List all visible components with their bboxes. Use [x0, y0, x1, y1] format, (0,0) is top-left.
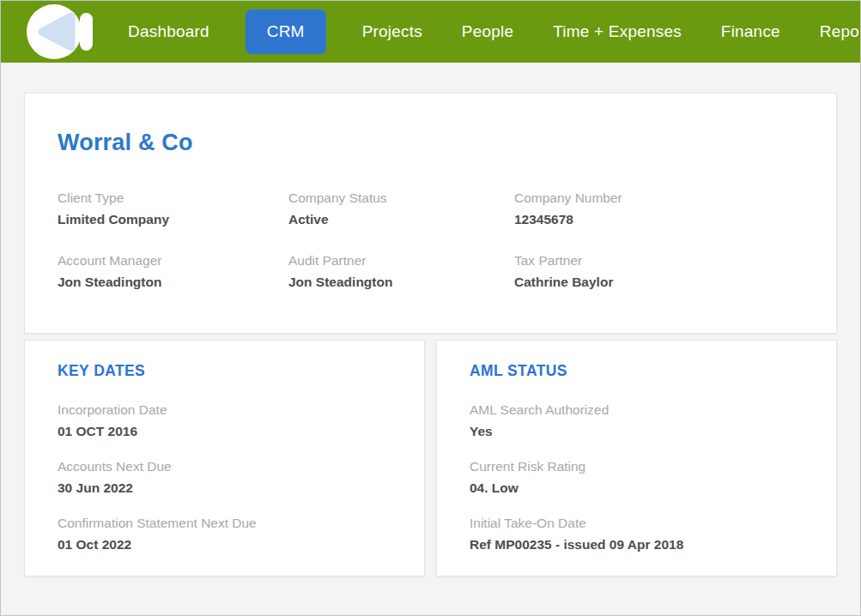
- key-dates-title: KEY DATES: [58, 362, 391, 380]
- client-name-heading: Worral & Co: [58, 130, 803, 156]
- field-value: 12345678: [514, 212, 803, 227]
- nav-item-time-expenses[interactable]: Time + Expenses: [553, 22, 682, 41]
- field-label: Current Risk Rating: [470, 459, 803, 474]
- field-value: Limited Company: [58, 212, 288, 227]
- bottom-cards-row: KEY DATES Incorporation Date 01 OCT 2016…: [24, 340, 837, 577]
- field-value: 30 Jun 2022: [58, 480, 391, 496]
- client-summary-card: Worral & Co Client Type Limited Company …: [24, 93, 837, 334]
- field-label: Company Status: [288, 190, 514, 206]
- field-audit-partner: Audit Partner Jon Steadington: [288, 253, 514, 290]
- key-dates-card: KEY DATES Incorporation Date 01 OCT 2016…: [24, 340, 425, 577]
- nav-item-reports[interactable]: Repo: [820, 22, 859, 41]
- field-label: Confirmation Statement Next Due: [58, 516, 391, 531]
- field-incorporation-date: Incorporation Date 01 OCT 2016: [58, 402, 391, 439]
- field-label: Incorporation Date: [58, 402, 391, 418]
- nav-item-finance[interactable]: Finance: [721, 22, 780, 41]
- nav-item-dashboard[interactable]: Dashboard: [128, 22, 209, 41]
- field-value: Ref MP00235 - issued 09 Apr 2018: [470, 537, 803, 553]
- field-label: Company Number: [514, 190, 803, 206]
- field-value: Active: [288, 212, 514, 227]
- nav-item-crm[interactable]: CRM: [246, 9, 326, 54]
- field-label: Account Manager: [58, 253, 288, 269]
- field-tax-partner: Tax Partner Cathrine Baylor: [514, 253, 803, 290]
- nav-item-projects[interactable]: Projects: [362, 22, 422, 41]
- aml-status-title: AML STATUS: [470, 362, 803, 380]
- field-current-risk-rating: Current Risk Rating 04. Low: [470, 459, 803, 496]
- nav-items: Dashboard CRM Projects People Time + Exp…: [128, 9, 860, 54]
- field-value: Jon Steadington: [288, 275, 514, 290]
- field-aml-search-authorized: AML Search Authorized Yes: [470, 402, 803, 439]
- nav-item-people[interactable]: People: [462, 22, 513, 41]
- field-initial-take-on-date: Initial Take-On Date Ref MP00235 - issue…: [470, 516, 803, 553]
- aml-status-card: AML STATUS AML Search Authorized Yes Cur…: [436, 340, 837, 577]
- field-value: 01 Oct 2022: [58, 537, 391, 553]
- field-client-type: Client Type Limited Company: [58, 190, 288, 227]
- field-company-number: Company Number 12345678: [514, 190, 803, 227]
- field-value: Jon Steadington: [58, 275, 288, 290]
- main-content: Worral & Co Client Type Limited Company …: [1, 63, 860, 577]
- field-label: AML Search Authorized: [470, 402, 803, 418]
- field-account-manager: Account Manager Jon Steadington: [58, 253, 288, 290]
- field-accounts-next-due: Accounts Next Due 30 Jun 2022: [58, 459, 391, 496]
- field-label: Tax Partner: [514, 253, 803, 269]
- field-value: Yes: [470, 424, 803, 439]
- aml-status-fields: AML Search Authorized Yes Current Risk R…: [470, 402, 803, 553]
- field-label: Accounts Next Due: [58, 459, 391, 474]
- app-window: Dashboard CRM Projects People Time + Exp…: [0, 0, 861, 616]
- key-dates-fields: Incorporation Date 01 OCT 2016 Accounts …: [58, 402, 391, 553]
- client-fields: Client Type Limited Company Company Stat…: [58, 190, 803, 290]
- field-company-status: Company Status Active: [288, 190, 514, 227]
- field-confirmation-statement-next-due: Confirmation Statement Next Due 01 Oct 2…: [58, 516, 391, 553]
- top-nav: Dashboard CRM Projects People Time + Exp…: [1, 1, 860, 63]
- field-value: 01 OCT 2016: [58, 424, 391, 439]
- field-value: Cathrine Baylor: [514, 275, 803, 290]
- field-label: Audit Partner: [288, 253, 514, 269]
- field-value: 04. Low: [470, 480, 803, 496]
- field-label: Initial Take-On Date: [470, 516, 803, 531]
- field-label: Client Type: [58, 190, 288, 206]
- app-logo-icon[interactable]: [27, 3, 94, 60]
